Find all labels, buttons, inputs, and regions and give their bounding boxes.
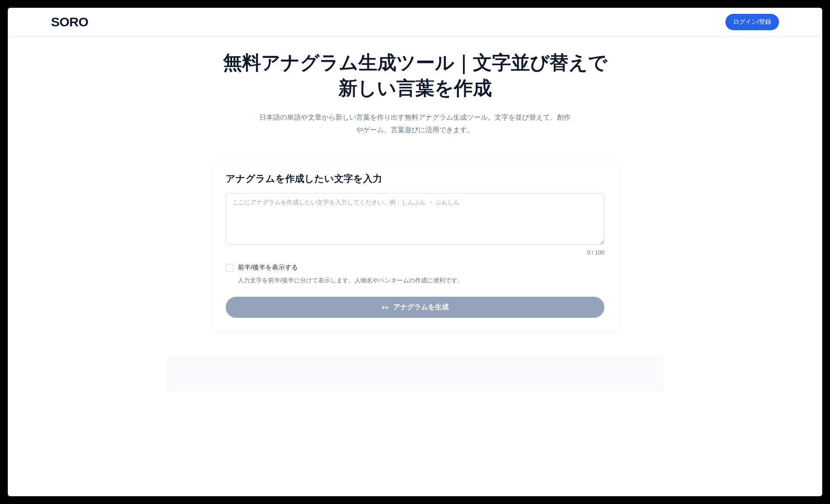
lower-section (166, 357, 664, 391)
page-title: 無料アナグラム生成ツール｜文字並び替えで新しい言葉を作成 (216, 50, 614, 101)
generate-button-label: アナグラムを生成 (393, 303, 449, 312)
split-checkbox[interactable] (226, 264, 233, 272)
split-checkbox-label[interactable]: 前半/後半を表示する (238, 263, 298, 272)
header: SORO ログイン/登録 (8, 8, 822, 37)
form-heading: アナグラムを作成したい文字を入力 (226, 172, 604, 185)
swap-icon (381, 304, 389, 311)
char-counter: 0 / 100 (226, 249, 604, 256)
form-card: アナグラムを作成したい文字を入力 0 / 100 前半/後半を表示する 入力文字… (212, 160, 618, 331)
login-button[interactable]: ログイン/登録 (725, 14, 779, 30)
option-description: 入力文字を前半/後半に分けて表示します。人物名やペンネームの作成に便利です。 (238, 277, 604, 285)
hero: 無料アナグラム生成ツール｜文字並び替えで新しい言葉を作成 日本語の単語や文章から… (199, 37, 631, 153)
page-description: 日本語の単語や文章から新しい言葉を作り出す無料アナグラム生成ツール。文字を並び替… (259, 111, 571, 136)
generate-button[interactable]: アナグラムを生成 (226, 297, 604, 318)
logo[interactable]: SORO (51, 15, 88, 29)
option-row: 前半/後半を表示する (226, 263, 604, 272)
anagram-input[interactable] (226, 193, 604, 245)
